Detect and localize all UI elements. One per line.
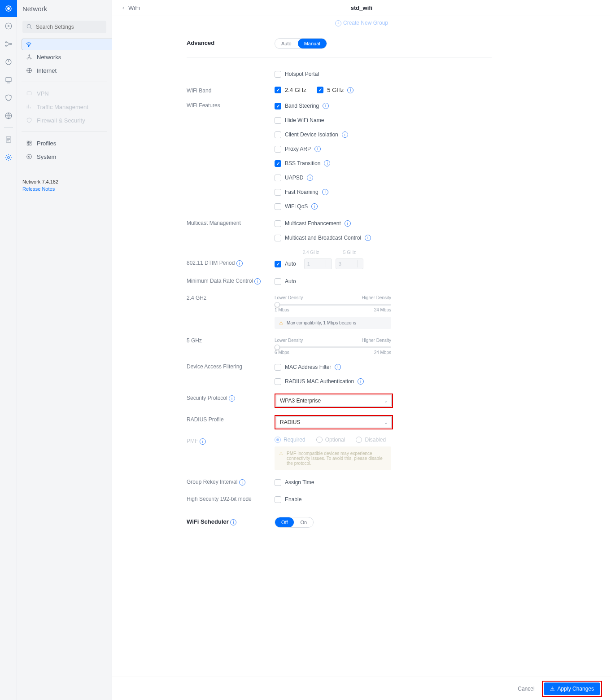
rail-log-icon[interactable] <box>0 131 17 149</box>
chk-multicast-bc[interactable] <box>275 235 281 241</box>
info-icon[interactable]: i <box>236 260 243 267</box>
chk-hotspot[interactable] <box>275 71 281 78</box>
slider-24ghz[interactable] <box>275 304 391 306</box>
compat-note: ⚠Max compatibility, 1 Mbps beacons <box>275 317 391 329</box>
svg-point-6 <box>10 44 11 45</box>
info-icon[interactable]: i <box>229 395 235 402</box>
sidebar-item-networks[interactable]: Networks <box>22 50 107 64</box>
mode-segment[interactable]: Auto Manual <box>275 38 327 49</box>
sidebar-item-internet[interactable]: Internet <box>22 64 107 77</box>
chk-uapsd[interactable] <box>275 175 281 181</box>
svg-point-2 <box>5 23 12 29</box>
label-dtim: 802.11 DTIM Period i <box>187 258 275 267</box>
slider-5ghz[interactable] <box>275 346 391 348</box>
sidebar-item-vpn: VPN <box>22 87 107 100</box>
svg-point-3 <box>8 26 9 27</box>
section-scheduler: WiFi Scheduler i <box>187 517 275 525</box>
label-24ghz: 2.4 GHz <box>187 293 275 301</box>
chk-mac-filter[interactable] <box>275 364 281 371</box>
nav-label: Networks <box>37 54 61 61</box>
app-logo-tile[interactable] <box>0 0 17 17</box>
info-icon[interactable]: i <box>200 438 206 445</box>
rail-shield-icon[interactable] <box>0 89 17 107</box>
nav-label: System <box>37 153 56 160</box>
nav-separator <box>22 82 107 82</box>
sidebar-item-system[interactable]: System <box>22 150 107 163</box>
chk-mdrc-auto[interactable] <box>275 278 281 285</box>
label-pmf: PMF i <box>187 437 275 445</box>
svg-point-4 <box>5 42 7 43</box>
cancel-button[interactable]: Cancel <box>518 686 534 692</box>
chk-proxy-arp[interactable] <box>275 146 281 153</box>
chk-radius-mac[interactable] <box>275 378 281 385</box>
svg-rect-20 <box>30 141 31 143</box>
seg-off[interactable]: Off <box>275 517 294 527</box>
chk-assign-time[interactable] <box>275 479 281 486</box>
search-input[interactable] <box>22 21 106 33</box>
nav-separator <box>22 168 107 168</box>
dtim-5-input: 3 <box>336 258 363 269</box>
info-icon[interactable]: i <box>314 146 321 152</box>
nav: WiFi Networks Internet VPN Traffic Manag… <box>17 39 112 168</box>
rail-device-icon[interactable] <box>0 71 17 89</box>
info-icon[interactable]: i <box>254 278 261 284</box>
rail-radar-icon[interactable] <box>0 53 17 71</box>
seg-on[interactable]: On <box>294 517 313 527</box>
info-icon[interactable]: i <box>230 519 236 525</box>
sidebar-item-profiles[interactable]: Profiles <box>22 136 107 150</box>
info-icon[interactable]: i <box>324 160 330 166</box>
select-radius-profile[interactable]: RADIUS⌄ <box>276 416 392 428</box>
select-security[interactable]: WPA3 Enterprise⌄ <box>276 395 392 407</box>
info-icon[interactable]: i <box>345 220 351 227</box>
rail-globe-icon[interactable] <box>0 107 17 125</box>
seg-manual[interactable]: Manual <box>298 39 327 48</box>
chk-dtim-auto[interactable] <box>275 261 281 267</box>
info-icon[interactable]: i <box>335 364 341 370</box>
chk-24ghz[interactable] <box>275 87 281 93</box>
svg-point-11 <box>7 157 9 159</box>
chk-5ghz[interactable] <box>317 87 323 93</box>
chk-192bit[interactable] <box>275 496 281 503</box>
sidebar-header: Network <box>17 0 112 17</box>
chk-multicast-enh[interactable] <box>275 220 281 227</box>
svg-point-5 <box>5 45 7 46</box>
rail-settings-icon[interactable] <box>0 149 17 166</box>
info-icon[interactable]: i <box>323 103 329 109</box>
apply-button[interactable]: ⚠ Apply Changes <box>544 682 600 695</box>
sidebar-item-firewall: Firewall & Security <box>22 114 107 127</box>
info-icon[interactable]: i <box>322 189 328 195</box>
footer: Cancel ⚠ Apply Changes <box>112 677 611 700</box>
chk-bss[interactable] <box>275 160 281 167</box>
info-icon[interactable]: i <box>239 479 245 486</box>
info-icon[interactable]: i <box>365 235 371 241</box>
chk-hide-name[interactable] <box>275 117 281 124</box>
info-icon[interactable]: i <box>358 378 364 385</box>
dtim-hdr-24: 2.4 GHz <box>297 250 325 255</box>
info-icon[interactable]: i <box>311 203 318 210</box>
rail-dashboard-icon[interactable] <box>0 17 17 35</box>
nav-separator <box>22 131 107 132</box>
svg-point-14 <box>29 55 30 56</box>
label-highsec: High Security 192-bit mode <box>187 494 275 502</box>
sidebar: Network WiFi Networks Internet VPN Traff… <box>17 0 112 700</box>
chk-isolation[interactable] <box>275 131 281 138</box>
svg-point-16 <box>30 58 31 59</box>
back-button[interactable]: WiFi <box>121 4 140 11</box>
chk-fast-roaming[interactable] <box>275 189 281 196</box>
create-group-link[interactable]: +Create New Group <box>112 20 611 26</box>
nav-label: Firewall & Security <box>37 117 85 124</box>
info-icon[interactable]: i <box>307 175 313 181</box>
info-icon[interactable]: i <box>347 87 354 93</box>
seg-auto[interactable]: Auto <box>275 39 298 48</box>
chk-band-steering[interactable] <box>275 103 281 109</box>
scheduler-segment[interactable]: Off On <box>275 517 314 528</box>
label-radius-profile: RADIUS Profile <box>187 415 275 423</box>
radio-pmf-required: Required <box>275 437 306 443</box>
rail-topology-icon[interactable] <box>0 35 17 53</box>
info-icon[interactable]: i <box>342 131 348 138</box>
release-notes-link[interactable]: Release Notes <box>22 186 106 192</box>
search-icon <box>26 23 32 30</box>
label-5ghz: 5 GHz <box>187 336 275 344</box>
form: Advanced Auto Manual Hotspot Portal WiFi… <box>187 35 537 531</box>
chk-wifi-qos[interactable] <box>275 203 281 210</box>
